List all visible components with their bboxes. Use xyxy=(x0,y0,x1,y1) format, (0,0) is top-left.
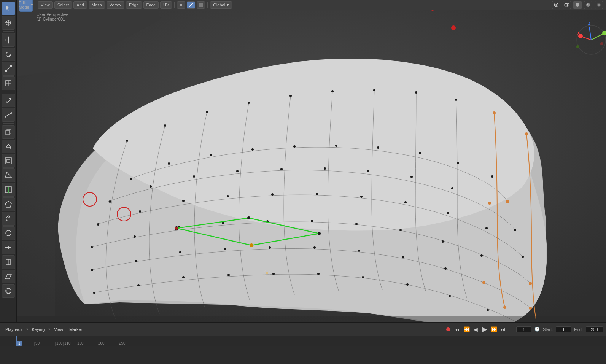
tool-select[interactable] xyxy=(2,2,15,15)
tool-bevel[interactable] xyxy=(2,168,15,182)
svg-marker-21 xyxy=(5,201,11,207)
svg-point-43 xyxy=(415,91,417,94)
svg-point-108 xyxy=(362,276,364,278)
tool-shrink[interactable] xyxy=(2,255,15,269)
keying-dropdown: ▾ xyxy=(48,327,50,331)
svg-point-121 xyxy=(83,192,97,206)
tool-cursor[interactable] xyxy=(2,16,15,30)
step-back-button[interactable]: ◀ xyxy=(471,325,480,334)
svg-point-65 xyxy=(410,176,413,178)
object-name-label: (1) Cylinder001 xyxy=(37,17,65,21)
svg-point-107 xyxy=(317,273,320,275)
play-button[interactable]: ▶ xyxy=(480,325,489,334)
jump-end-button[interactable]: ⏭ xyxy=(499,325,507,334)
tool-smooth[interactable] xyxy=(2,226,15,240)
svg-point-39 xyxy=(248,102,250,104)
transform-space[interactable]: Global ▾ xyxy=(210,1,232,9)
select-mode-vertex[interactable] xyxy=(177,1,185,9)
svg-rect-17 xyxy=(5,158,11,164)
menu-add[interactable]: Add xyxy=(73,1,87,9)
start-frame-input[interactable] xyxy=(556,326,571,332)
marker-menu[interactable]: Marker xyxy=(67,326,84,332)
menu-edge[interactable]: Edge xyxy=(126,1,142,9)
jump-start-button[interactable]: ⏮ xyxy=(453,325,461,334)
tool-rotate[interactable] xyxy=(2,48,15,61)
svg-point-124 xyxy=(175,226,178,230)
playhead xyxy=(17,346,17,364)
svg-rect-148 xyxy=(17,0,55,316)
menu-vertex[interactable]: Vertex xyxy=(107,1,124,9)
viewport-overlay-icon[interactable] xyxy=(552,1,560,9)
tool-loop-cut[interactable] xyxy=(2,183,15,197)
svg-point-85 xyxy=(311,220,313,222)
object-name-text: (1) Cylinder001 xyxy=(37,17,65,21)
svg-point-125 xyxy=(175,227,178,230)
svg-point-86 xyxy=(355,223,358,225)
select-mode-edge[interactable] xyxy=(187,1,195,9)
menu-face[interactable]: Face xyxy=(143,1,159,9)
tool-poly-build[interactable] xyxy=(2,197,15,211)
timeline-track[interactable] xyxy=(0,346,606,364)
frame-clock-icon: 🕐 xyxy=(534,327,540,332)
viewport[interactable]: X Y Z User Perspective (1) Cylinder001 xyxy=(17,0,606,322)
svg-point-47 xyxy=(130,178,132,180)
svg-rect-16 xyxy=(6,147,11,149)
menu-view[interactable]: View xyxy=(38,1,53,9)
top-right-icons xyxy=(499,0,606,10)
svg-point-102 xyxy=(93,292,95,294)
shading-render-icon[interactable] xyxy=(595,1,603,9)
tool-edge-slide[interactable] xyxy=(2,241,15,254)
record-button[interactable] xyxy=(444,325,452,334)
transform-space-icon: ▾ xyxy=(227,2,229,7)
svg-point-146 xyxy=(451,25,456,30)
svg-line-31 xyxy=(189,3,193,7)
end-frame-input[interactable] xyxy=(586,326,603,332)
svg-point-91 xyxy=(91,269,93,271)
shading-material-icon[interactable] xyxy=(584,1,592,9)
timeline-ruler[interactable]: 1 50 100 110 150 200 250 xyxy=(0,336,606,346)
tool-measure[interactable] xyxy=(2,108,15,122)
svg-point-69 xyxy=(97,223,99,226)
view-menu[interactable]: View xyxy=(52,326,65,332)
tool-spin[interactable] xyxy=(2,212,15,226)
menu-mesh[interactable]: Mesh xyxy=(89,1,105,9)
svg-point-144 xyxy=(576,45,579,48)
tool-inset[interactable] xyxy=(2,154,15,168)
current-frame-input[interactable] xyxy=(516,326,531,332)
tool-transform[interactable] xyxy=(2,76,15,90)
svg-rect-13 xyxy=(6,131,10,135)
tool-shear[interactable] xyxy=(2,270,15,283)
mode-selector[interactable]: Edit Mode ▾ xyxy=(19,0,33,12)
separator-3 xyxy=(207,2,208,8)
keying-menu[interactable]: Keying xyxy=(30,326,47,332)
jump-prev-keyframe-button[interactable]: ⏪ xyxy=(462,325,471,334)
menu-select[interactable]: Select xyxy=(54,1,72,9)
svg-point-127 xyxy=(318,232,321,235)
left-toolbar xyxy=(0,0,17,322)
svg-point-41 xyxy=(331,90,334,92)
svg-point-88 xyxy=(442,240,444,243)
tool-extrude[interactable] xyxy=(2,140,15,153)
svg-point-58 xyxy=(109,200,111,203)
tool-annotate[interactable] xyxy=(2,94,15,107)
svg-point-143 xyxy=(600,42,603,45)
menu-uv[interactable]: UV xyxy=(160,1,172,9)
svg-point-133 xyxy=(266,272,268,274)
svg-rect-33 xyxy=(17,0,606,322)
tool-add-cube[interactable] xyxy=(2,125,15,139)
select-mode-face[interactable] xyxy=(197,1,205,9)
playback-menu[interactable]: Playback xyxy=(3,326,25,332)
svg-point-89 xyxy=(480,254,483,257)
svg-point-136 xyxy=(578,34,583,38)
svg-point-48 xyxy=(168,162,170,165)
tool-to-sphere[interactable] xyxy=(2,284,15,298)
svg-text:200: 200 xyxy=(98,341,105,345)
tool-move[interactable] xyxy=(2,33,15,47)
shading-solid-icon[interactable] xyxy=(573,1,582,9)
svg-point-51 xyxy=(293,145,296,148)
jump-next-keyframe-button[interactable]: ⏩ xyxy=(490,325,498,334)
tool-scale[interactable] xyxy=(2,62,15,76)
svg-point-117 xyxy=(529,307,532,310)
xray-toggle-icon[interactable] xyxy=(563,1,571,9)
svg-point-42 xyxy=(373,89,375,91)
